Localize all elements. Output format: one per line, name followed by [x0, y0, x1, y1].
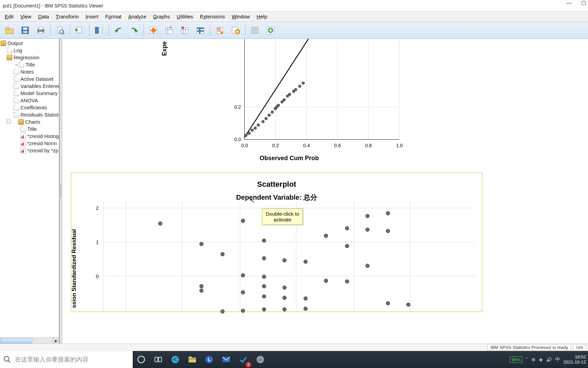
battery-indicator[interactable]: 95% [510, 356, 522, 363]
open-button[interactable] [2, 24, 17, 37]
svg-point-61 [172, 356, 179, 363]
window-title: put1 [Document1] - IBM SPSS Statistics V… [3, 3, 103, 9]
svg-line-10 [63, 33, 64, 34]
scatter-ylabel: ssion Standardized Residual [71, 229, 78, 308]
tray-chevron-icon[interactable]: ˄ [526, 357, 528, 362]
ime-indicator[interactable]: 中 [555, 356, 560, 363]
run-selection-button[interactable] [212, 24, 227, 37]
select-cases-button[interactable] [193, 24, 208, 37]
outline-variables-entered[interactable]: Variables Entered [0, 82, 59, 90]
taskbar: 在这里输入你要搜索的内容 L 2 Σα 95% ˄ ⊚ ◈ 🔊 中 18:52 … [0, 351, 588, 368]
scatterplot-frame[interactable]: Scatterplot Dependent Variable: 总分 ssion… [71, 172, 483, 312]
collapse-icon[interactable]: - [7, 120, 11, 124]
dialog-recall-button[interactable] [92, 24, 107, 37]
edge-app-icon[interactable] [167, 351, 184, 368]
outline-label: Variables Entered [20, 83, 59, 89]
run-pending-button[interactable] [228, 24, 243, 37]
menu-view[interactable]: View [17, 12, 35, 21]
outline-regression[interactable]: Regression [0, 54, 59, 61]
export-button[interactable] [72, 24, 87, 37]
outline-log[interactable]: Log [0, 47, 59, 54]
taskbar-search[interactable]: 在这里输入你要搜索的内容 [0, 351, 133, 368]
menu-graphs[interactable]: Graphs [150, 12, 173, 21]
outline-output[interactable]: Output [0, 40, 59, 47]
menu-data[interactable]: Data [35, 12, 52, 21]
wifi-icon[interactable]: ◈ [539, 357, 543, 362]
outline-notes[interactable]: Notes [0, 68, 59, 75]
doc-icon [14, 91, 19, 96]
todo-app-icon[interactable]: 2 [235, 351, 252, 368]
menu-window[interactable]: Window [228, 12, 253, 21]
tick-label: 0.2 [272, 143, 279, 148]
chart-icon [20, 134, 26, 139]
outline-label: Model Summary [20, 90, 58, 96]
app-icon-blue-l[interactable]: L [201, 351, 218, 368]
outline-zresid-normal[interactable]: *zresid Norm [0, 140, 59, 147]
undo-button[interactable] [111, 24, 126, 37]
save-button[interactable] [18, 24, 33, 37]
tooltip-line: Double-click to [266, 211, 299, 217]
goto-data-button[interactable] [146, 24, 161, 37]
menu-edit[interactable]: Edit [1, 12, 17, 21]
outline-charts[interactable]: -Charts [0, 118, 59, 125]
menu-help[interactable]: Help [253, 12, 271, 21]
variables-button[interactable] [177, 24, 192, 37]
svg-text:L: L [208, 357, 211, 362]
svg-point-53 [294, 88, 297, 91]
toolbar [0, 22, 588, 39]
add-button[interactable] [263, 24, 278, 37]
outline-zresid-histogram[interactable]: *zresid Histog [0, 133, 59, 140]
doc-icon [14, 76, 19, 82]
goto-case-button[interactable] [162, 24, 177, 37]
menu-format[interactable]: Format [102, 12, 125, 21]
minimize-button[interactable]: — [566, 0, 572, 6]
preview-button[interactable] [53, 24, 68, 37]
task-view-button[interactable] [150, 351, 167, 368]
svg-line-57 [8, 361, 10, 363]
print-button[interactable] [33, 24, 48, 37]
volume-icon[interactable]: 🔊 [546, 357, 552, 362]
outline-title[interactable]: →Title [0, 61, 59, 68]
outline-zresid-by-zpred[interactable]: *zresid by *zp [0, 147, 59, 154]
svg-rect-16 [166, 28, 173, 34]
outline-active-dataset[interactable]: Active Dataset [0, 75, 59, 82]
svg-point-51 [288, 93, 291, 96]
menu-insert[interactable]: Insert [82, 12, 102, 21]
outline-anova[interactable]: ANOVA [0, 97, 59, 104]
outline-residuals[interactable]: Residuals Statisti [0, 111, 59, 118]
designate-window-button[interactable] [247, 24, 262, 37]
menu-analyze[interactable]: Analyze [125, 12, 150, 21]
spss-app-icon[interactable]: Σα [252, 351, 269, 368]
explorer-app-icon[interactable] [184, 351, 201, 368]
cortana-button[interactable] [133, 351, 150, 368]
outline-coefficients[interactable]: Coefficients [0, 104, 59, 111]
outline-charts-title[interactable]: Title [0, 125, 59, 133]
svg-point-54 [298, 85, 301, 88]
outline-label: Notes [20, 69, 34, 75]
menu-utilities[interactable]: Utilities [173, 12, 196, 21]
mail-app-icon[interactable] [218, 351, 235, 368]
scrollbar-thumb[interactable] [0, 338, 32, 343]
svg-point-47 [277, 104, 280, 107]
menu-transform[interactable]: Transform [52, 12, 82, 21]
splitter[interactable] [60, 39, 62, 343]
menu-extensions[interactable]: Extensions [197, 12, 228, 21]
outline-hscrollbar[interactable]: ▶ [0, 337, 59, 343]
maximize-button[interactable]: ☐ [581, 0, 586, 6]
redo-button[interactable] [127, 24, 142, 37]
svg-point-44 [271, 111, 274, 113]
svg-point-43 [268, 114, 271, 117]
outline-label: *zresid Histog [27, 133, 59, 139]
scrollbar-right-button[interactable]: ▶ [53, 338, 59, 344]
network-icon[interactable]: ⊚ [532, 357, 536, 362]
svg-rect-26 [199, 28, 200, 34]
outline-label: *zresid by *zp [27, 148, 59, 153]
tooltip-line: activate [274, 217, 291, 223]
search-placeholder: 在这里输入你要搜索的内容 [15, 355, 88, 364]
output-viewer[interactable]: Expe 0.0 0.2 0.4 0.6 0.8 1.0 0.0 0.2 Obs… [62, 39, 588, 343]
outline-model-summary[interactable]: Model Summary [0, 90, 59, 97]
chart-icon [20, 141, 26, 146]
pp-plot[interactable]: Expe 0.0 0.2 0.4 0.6 0.8 1.0 0.0 0.2 Obs… [161, 39, 399, 162]
clock[interactable]: 18:52 2021-10-12 [564, 354, 586, 365]
svg-rect-13 [99, 27, 103, 33]
